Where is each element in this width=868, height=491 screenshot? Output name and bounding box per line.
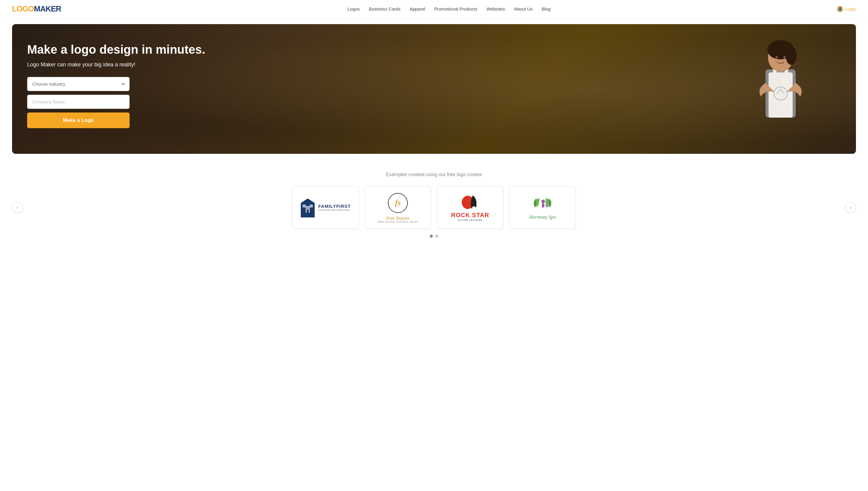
svg-point-20: [541, 200, 545, 203]
family-building-svg: [300, 197, 315, 218]
rockstar-logo-art: ROCK STAR GUITAR LESSONS: [451, 194, 489, 221]
logo-logo-part: LOGO: [12, 4, 34, 13]
carousel: ‹: [12, 186, 856, 229]
hero-title: Make a logo design in minutes.: [27, 42, 461, 57]
nav-business-cards[interactable]: Business Cards: [369, 6, 401, 11]
hero-content: Make a logo design in minutes. Logo Make…: [12, 24, 476, 146]
carousel-dot-2[interactable]: [435, 235, 438, 238]
main-nav: Logos Business Cards Apparel Promotional…: [347, 6, 551, 11]
svg-rect-1: [769, 73, 793, 118]
carousel-cards: FAMILYFIRST COUNSELING SERVICES fs: [23, 186, 845, 229]
login-button[interactable]: 👤 Login: [837, 6, 856, 12]
logo-card-rockstar[interactable]: ROCK STAR GUITAR LESSONS: [437, 186, 503, 229]
nav-logos[interactable]: Logos: [347, 6, 360, 11]
logo-card-harmonyspa[interactable]: Harmony Spa: [509, 186, 576, 229]
person-svg: [744, 33, 817, 154]
hero-form: Choose Industry Retail Technology Food &…: [27, 77, 130, 128]
logo[interactable]: LOGOMAKER: [12, 4, 61, 13]
nav-promotional-products[interactable]: Promotional Products: [434, 6, 477, 11]
harmonyspa-icon-group: [530, 196, 555, 213]
svg-text:fs: fs: [395, 198, 401, 207]
harmonyspa-svg: [530, 196, 555, 212]
familyfirst-main-text: FAMILYFIRST: [318, 204, 351, 209]
familyfirst-sub-text: COUNSELING SERVICES: [318, 209, 351, 211]
familyfirst-logo: FAMILYFIRST COUNSELING SERVICES: [293, 187, 358, 228]
fourseasons-logo-art: fs Four Seasons REAL ESTATE LISTING & SA…: [378, 193, 418, 223]
svg-rect-13: [303, 204, 306, 207]
company-name-input[interactable]: [27, 95, 130, 109]
carousel-dot-1[interactable]: [430, 235, 433, 238]
svg-point-7: [786, 47, 797, 65]
svg-point-9: [783, 56, 786, 59]
hero-person: [735, 33, 826, 154]
harmonyspa-logo: Harmony Spa: [510, 187, 575, 228]
rockstar-main-text: ROCK STAR: [451, 212, 489, 219]
logo-card-familyfirst[interactable]: FAMILYFIRST COUNSELING SERVICES: [292, 186, 359, 229]
svg-point-8: [775, 56, 778, 59]
svg-point-16: [307, 207, 309, 210]
user-icon: 👤: [837, 6, 843, 12]
make-logo-button[interactable]: Make a Logo: [27, 113, 130, 128]
rockstar-logo: ROCK STAR GUITAR LESSONS: [437, 187, 503, 228]
nav-blog[interactable]: Blog: [541, 6, 551, 11]
hero-section: Make a logo design in minutes. Logo Make…: [12, 24, 856, 154]
nav-apparel[interactable]: Apparel: [410, 6, 425, 11]
fourseasons-logo: fs Four Seasons REAL ESTATE LISTING & SA…: [365, 187, 431, 228]
rockstar-svg: [461, 194, 479, 210]
examples-section: Examples created using our free logo cre…: [0, 160, 868, 247]
fourseasons-circle-container: fs: [387, 193, 408, 215]
header: LOGOMAKER Logos Business Cards Apparel P…: [0, 0, 868, 18]
fourseasons-name: Four Seasons: [386, 216, 410, 221]
familyfirst-text-group: FAMILYFIRST COUNSELING SERVICES: [318, 204, 351, 211]
industry-select[interactable]: Choose Industry Retail Technology Food &…: [27, 77, 130, 91]
svg-rect-21: [542, 203, 544, 207]
carousel-prev-button[interactable]: ‹: [12, 202, 23, 213]
fourseasons-tagline: REAL ESTATE LISTING & SALES: [378, 221, 418, 223]
svg-rect-14: [310, 204, 313, 207]
logo-maker-part: MAKER: [34, 4, 61, 13]
family-icon-container: [300, 197, 315, 218]
rockstar-icon-container: [461, 194, 479, 210]
harmonyspa-name: Harmony Spa: [529, 214, 556, 220]
examples-title: Examples created using our free logo cre…: [12, 172, 856, 177]
rockstar-sub-text: GUITAR LESSONS: [458, 219, 483, 221]
fourseasons-svg: fs: [387, 193, 408, 213]
hero-subtitle: Logo Maker can make your big idea a real…: [27, 61, 461, 68]
harmonyspa-logo-art: Harmony Spa: [529, 196, 556, 220]
carousel-dots: [12, 235, 856, 238]
familyfirst-logo-art: FAMILYFIRST COUNSELING SERVICES: [300, 197, 351, 218]
svg-rect-15: [307, 210, 309, 214]
login-label: Login: [845, 6, 856, 11]
carousel-next-button[interactable]: ›: [845, 202, 856, 213]
logo-card-fourseasons[interactable]: fs Four Seasons REAL ESTATE LISTING & SA…: [365, 186, 431, 229]
nav-websites[interactable]: Websites: [487, 6, 505, 11]
nav-about-us[interactable]: About Us: [514, 6, 532, 11]
